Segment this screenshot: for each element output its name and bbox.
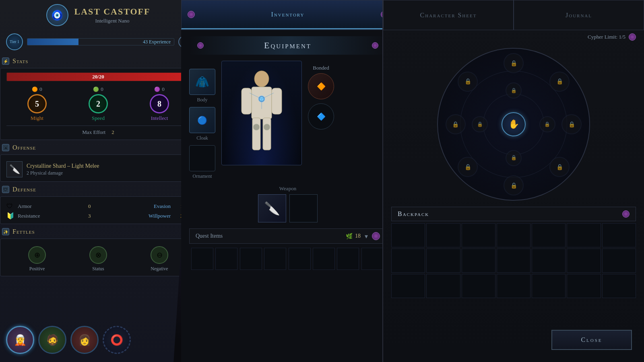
ability-slot-bottom-left[interactable]: 🔒 bbox=[458, 157, 478, 177]
inv-cell-6[interactable] bbox=[313, 248, 335, 270]
bp-cell-16[interactable] bbox=[426, 274, 460, 298]
left-panel: 🧿 Last Castoff Intelligent Nano Tier 1 4… bbox=[0, 0, 197, 362]
ability-slot-right[interactable]: 🔒 bbox=[561, 114, 582, 134]
fettle-negative[interactable]: ⊖ Negative bbox=[151, 246, 168, 272]
might-bonus: 0 bbox=[39, 86, 42, 93]
armor-icon: 🛡 bbox=[6, 203, 14, 210]
tab-inventory[interactable]: Inventory bbox=[181, 0, 394, 29]
speed-circle[interactable]: 2 bbox=[89, 94, 108, 113]
inv-cell-5[interactable] bbox=[289, 248, 311, 270]
bp-cell-21[interactable] bbox=[602, 274, 636, 298]
inv-cell-8[interactable] bbox=[361, 248, 384, 270]
bp-cell-17[interactable] bbox=[462, 274, 495, 298]
ability-slot-center[interactable]: ✋ bbox=[502, 112, 526, 136]
max-effort-val: 2 bbox=[111, 129, 114, 136]
tab-journal[interactable]: Journal bbox=[514, 0, 644, 30]
ability-slot-inner-2[interactable]: 🔒 bbox=[539, 116, 555, 132]
bp-cell-1[interactable] bbox=[391, 223, 425, 247]
fettle-negative-label: Negative bbox=[151, 266, 168, 272]
bp-cell-20[interactable] bbox=[567, 274, 601, 298]
tier-label: Tier 1 bbox=[10, 39, 19, 44]
ability-slot-left[interactable]: 🔒 bbox=[446, 114, 466, 134]
bp-cell-7[interactable] bbox=[602, 223, 636, 247]
evasion-label: Evasion bbox=[103, 203, 171, 210]
weapon-row: 🔪 Crystalline Shard – Light Melee 2 Phys… bbox=[6, 161, 190, 177]
cloak-slot-box[interactable]: 🔵 bbox=[189, 107, 215, 133]
ornament-slot-box[interactable] bbox=[189, 145, 215, 171]
weapon-info: Crystalline Shard – Light Melee 2 Physic… bbox=[27, 163, 99, 176]
character-avatar: 🧿 bbox=[46, 4, 68, 26]
body-slot-box[interactable]: 🧥 bbox=[189, 69, 215, 95]
equip-gem-right bbox=[372, 42, 378, 49]
defense-icon: 🛡 bbox=[2, 186, 9, 193]
bp-cell-3[interactable] bbox=[462, 223, 495, 247]
weapon-slot-1[interactable]: 🔪 bbox=[258, 194, 286, 222]
weapon-slot-2[interactable] bbox=[289, 194, 318, 222]
cypher-gem bbox=[629, 33, 636, 41]
ability-slot-top[interactable]: 🔒 bbox=[504, 53, 524, 73]
bp-cell-6[interactable] bbox=[567, 223, 601, 247]
character-name: Last Castoff bbox=[74, 6, 151, 17]
fettles-section: ⊕ Positive ⊗ Status ⊖ Negative bbox=[0, 239, 196, 276]
bonded-slot-1[interactable]: 🔶 bbox=[308, 73, 334, 99]
party-member-3[interactable]: 👩 bbox=[70, 326, 99, 354]
fettle-positive[interactable]: ⊕ Positive bbox=[28, 246, 46, 272]
party-member-4[interactable]: ⭕ bbox=[103, 326, 131, 354]
xp-bar-fill bbox=[27, 39, 78, 45]
char-figure bbox=[237, 69, 286, 157]
offense-title: Offense bbox=[12, 144, 36, 151]
fettles-row: ⊕ Positive ⊗ Status ⊖ Negative bbox=[6, 246, 190, 272]
stats-section: 20/20 🟠 0 5 Might 🟢 0 2 bbox=[0, 68, 196, 140]
bonded-slot-2[interactable]: 🔷 bbox=[308, 103, 334, 130]
ability-slot-bottom[interactable]: 🔒 bbox=[504, 175, 524, 195]
bp-cell-5[interactable] bbox=[532, 223, 566, 247]
bp-cell-18[interactable] bbox=[497, 274, 530, 298]
bp-cell-19[interactable] bbox=[532, 274, 566, 298]
tab-character-sheet[interactable]: Character Sheet bbox=[383, 0, 514, 30]
bp-cell-8[interactable] bbox=[391, 249, 425, 273]
might-stat: 🟠 0 5 Might bbox=[27, 86, 47, 121]
ability-slot-bottom-right[interactable]: 🔒 bbox=[549, 157, 570, 177]
inv-cell-2[interactable] bbox=[215, 248, 237, 270]
backpack-gem bbox=[622, 210, 630, 218]
ability-slot-top-left[interactable]: 🔒 bbox=[458, 72, 478, 92]
ability-slot-inner-4[interactable]: 🔒 bbox=[472, 116, 488, 132]
resistance-label: Resistance bbox=[18, 213, 85, 219]
bp-cell-13[interactable] bbox=[567, 249, 601, 273]
fettle-positive-label: Positive bbox=[29, 266, 45, 272]
cloak-slot: 🔵 Cloak bbox=[189, 107, 215, 141]
party-member-1[interactable]: 🧝 bbox=[6, 326, 34, 354]
might-bonus-icon: 🟠 bbox=[32, 86, 38, 93]
equipment-section: Equipment 🧥 Body 🔵 Cloak Ornament bbox=[181, 30, 394, 276]
intellect-bonus: 0 bbox=[162, 86, 165, 93]
backpack-section: Backpack bbox=[391, 207, 636, 298]
character-svg bbox=[237, 69, 286, 157]
bp-cell-2[interactable] bbox=[426, 223, 460, 247]
ability-slot-top-right[interactable]: 🔒 bbox=[549, 72, 570, 92]
intellect-circle[interactable]: 8 bbox=[150, 94, 169, 113]
ability-slot-inner-3[interactable]: 🔒 bbox=[506, 150, 522, 166]
might-circle[interactable]: 5 bbox=[27, 94, 47, 113]
bp-cell-9[interactable] bbox=[426, 249, 460, 273]
bp-cell-10[interactable] bbox=[462, 249, 495, 273]
weapon-icon[interactable]: 🔪 bbox=[6, 161, 23, 177]
close-button[interactable]: Close bbox=[551, 330, 632, 350]
bp-cell-14[interactable] bbox=[602, 249, 636, 273]
bp-cell-15[interactable] bbox=[391, 274, 425, 298]
weapon-slots-area: Weapon 🔪 bbox=[189, 185, 386, 222]
inv-cell-4[interactable] bbox=[264, 248, 286, 270]
char-sheet-label: Character Sheet bbox=[420, 12, 477, 19]
bp-cell-12[interactable] bbox=[532, 249, 566, 273]
party-member-2[interactable]: 🧔 bbox=[38, 326, 66, 354]
body-slot: 🧥 Body bbox=[189, 69, 215, 103]
fettle-status[interactable]: ⊗ Status bbox=[89, 246, 107, 272]
inv-cell-7[interactable] bbox=[337, 248, 359, 270]
ability-slot-inner-1[interactable]: 🔒 bbox=[506, 82, 522, 99]
bp-cell-11[interactable] bbox=[497, 249, 530, 273]
bp-cell-4[interactable] bbox=[497, 223, 530, 247]
inv-cell-1[interactable] bbox=[191, 248, 213, 270]
inv-cell-3[interactable] bbox=[240, 248, 262, 270]
xp-bar-bg: 43 Experience bbox=[27, 38, 174, 45]
weapon-slots: 🔪 bbox=[189, 194, 386, 222]
intellect-value: 8 bbox=[157, 99, 161, 109]
